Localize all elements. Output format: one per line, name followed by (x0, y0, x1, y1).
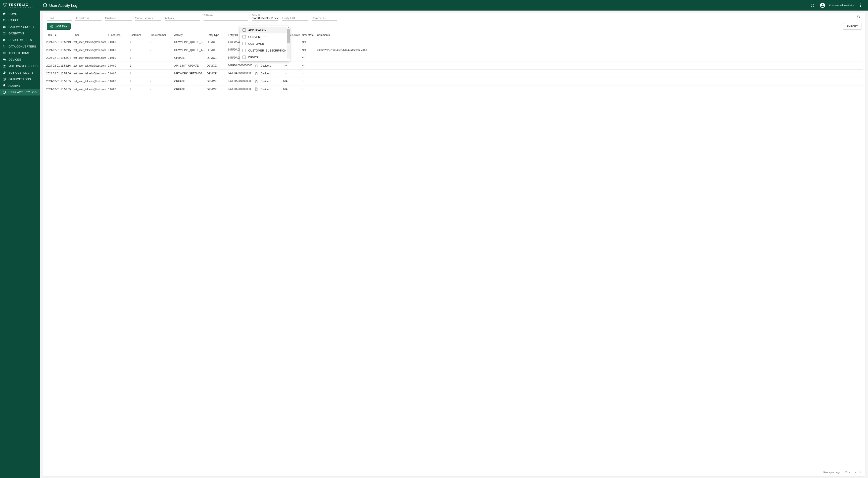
subcustomer-input[interactable] (135, 15, 161, 21)
table-row[interactable]: 2024-02-01 13:52:56 test_user_tektelic@t… (45, 70, 863, 77)
dropdown-scrollbar[interactable] (287, 26, 290, 61)
cell-entity-id: 647FDA0000000000 (227, 77, 259, 85)
checkbox-icon[interactable] (243, 56, 246, 59)
svg-point-32 (305, 81, 305, 81)
sidebar-item-multicast[interactable]: MULTICAST GROUPS (0, 63, 40, 69)
col-email[interactable]: Email (72, 32, 107, 38)
activity-icon (2, 91, 6, 94)
table-row[interactable]: 2024-02-01 13:52:55 test_user_tektelic@t… (45, 85, 863, 93)
next-page-button[interactable] (860, 471, 863, 474)
sidebar-item-home[interactable]: HOME (0, 10, 40, 17)
cell-entity-name: Device 1 (259, 77, 282, 85)
copy-id-button[interactable] (254, 88, 258, 91)
entity-type-input[interactable] (204, 15, 248, 21)
cell-time: 2024-02-01 13:52:56 (45, 70, 72, 77)
copy-id-button[interactable] (254, 79, 258, 83)
sidebar-item-converters[interactable]: DATA CONVERTERS (0, 43, 40, 50)
gwlogs-icon (2, 77, 6, 81)
scroll-up-icon[interactable] (287, 26, 290, 29)
refresh-button[interactable] (857, 15, 862, 21)
user-avatar[interactable] (819, 2, 826, 9)
clock-icon (50, 25, 53, 28)
filter-customer (105, 15, 132, 21)
table-row[interactable]: 2024-02-01 13:52:56 test_user_tektelic@t… (45, 62, 863, 69)
table-row[interactable]: 2024-02-01 13:52:55 test_user_tektelic@t… (45, 77, 863, 85)
converters-icon (2, 45, 6, 48)
fullscreen-button[interactable] (809, 2, 816, 9)
more-menu-button[interactable] (857, 2, 864, 9)
sidebar-item-gwgroups[interactable]: GATEWAY GROUPS (0, 24, 40, 30)
subcust-icon (2, 71, 6, 74)
activity-table: Time Email IP address Customer Sub-custo… (45, 32, 863, 93)
scroll-down-icon[interactable] (287, 59, 290, 61)
copy-id-button[interactable] (254, 64, 258, 67)
col-time[interactable]: Time (45, 32, 72, 38)
scroll-thumb[interactable] (287, 29, 290, 43)
table-row[interactable]: 2024-02-01 13:53:15 test_user_tektelic@t… (45, 46, 863, 54)
cell-email: test_user_tektelic@test.com (72, 85, 107, 93)
customer-input[interactable] (105, 15, 132, 21)
activity-input[interactable] (165, 15, 200, 21)
table-row[interactable]: 2024-02-01 13:53:04 test_user_tektelic@t… (45, 54, 863, 62)
home-icon (2, 12, 6, 15)
copy-id-button[interactable] (254, 72, 258, 75)
sidebar-item-label: USER ACTIVITY LOG (8, 91, 37, 94)
col-new-state[interactable]: New state (301, 32, 316, 38)
filter-email (47, 15, 72, 21)
sidebar-item-subcust[interactable]: SUB-CUSTOMERS (0, 69, 40, 76)
dropdown-option[interactable]: APPLICATION (240, 27, 287, 33)
checkbox-icon[interactable] (243, 42, 246, 45)
entity-id-input[interactable] (252, 15, 278, 21)
sidebar-item-users[interactable]: USERS (0, 17, 40, 24)
export-button[interactable]: EXPORT (843, 23, 862, 30)
state-detail-button[interactable] (302, 88, 306, 91)
time-range-chip[interactable]: LAST DAY (47, 23, 71, 30)
prev-page-button[interactable] (854, 471, 857, 474)
col-customer[interactable]: Customer (129, 32, 149, 38)
state-detail-button[interactable] (283, 64, 287, 67)
col-ip[interactable]: IP address (107, 32, 129, 38)
state-detail-button[interactable] (302, 56, 306, 59)
svg-point-29 (305, 73, 305, 73)
sidebar-item-apps[interactable]: APPLICATIONS (0, 50, 40, 56)
brand-logo[interactable]: TEKTELIC communications (0, 0, 40, 10)
sidebar-item-devices[interactable]: DEVICES (0, 56, 40, 63)
sidebar-item-devmodels[interactable]: DEVICE MODELS (0, 37, 40, 43)
sidebar-item-gwlogs[interactable]: GATEWAY LOGS (0, 76, 40, 83)
cell-ip: 0.0.0.0 (107, 77, 129, 85)
ip-input[interactable] (75, 15, 101, 21)
checkbox-icon[interactable] (243, 35, 246, 38)
col-activity[interactable]: Activity (174, 32, 206, 38)
dropdown-option[interactable]: DEVICE (240, 54, 287, 61)
state-detail-button[interactable] (302, 72, 306, 75)
sidebar-item-gateways[interactable]: GATEWAYS (0, 30, 40, 37)
sidebar-item-label: DATA CONVERTERS (8, 45, 36, 48)
activity-panel: Entity type Entity ID (43, 13, 865, 477)
state-detail-button[interactable] (302, 64, 306, 67)
rows-per-page-select[interactable]: 30 (845, 471, 850, 474)
email-input[interactable] (47, 15, 72, 21)
col-entity-type[interactable]: Entity type (206, 32, 227, 38)
sidebar-item-activity[interactable]: USER ACTIVITY LOG (0, 89, 40, 96)
cell-customer: 1 (129, 77, 149, 85)
dropdown-option[interactable]: CUSTOMER (240, 40, 287, 47)
dropdown-option[interactable]: CONVERTER (240, 33, 287, 40)
svg-point-26 (286, 73, 286, 73)
dropdown-option[interactable]: CUSTOMER_SUBSCRIPTION (240, 47, 287, 54)
col-subcustomer[interactable]: Sub-customer (149, 32, 174, 38)
comments-input[interactable] (312, 15, 337, 21)
cell-customer: 1 (129, 54, 149, 62)
svg-point-24 (284, 73, 284, 73)
state-detail-button[interactable] (283, 72, 287, 75)
sidebar: HOMEUSERSGATEWAY GROUPSGATEWAYSDEVICE MO… (0, 10, 40, 478)
entity-eui-input[interactable] (282, 15, 308, 21)
state-detail-button[interactable] (302, 79, 306, 83)
table-row[interactable]: 2024-02-01 13:53:19 test_user_tektelic@t… (45, 38, 863, 46)
checkbox-icon[interactable] (243, 28, 246, 32)
checkbox-icon[interactable] (243, 49, 246, 52)
svg-point-17 (305, 57, 305, 58)
filter-activity (165, 15, 200, 21)
chevron-down-icon (848, 472, 850, 474)
sidebar-item-alarms[interactable]: ALARMS (0, 83, 40, 89)
col-comments[interactable]: Comments (316, 32, 863, 38)
